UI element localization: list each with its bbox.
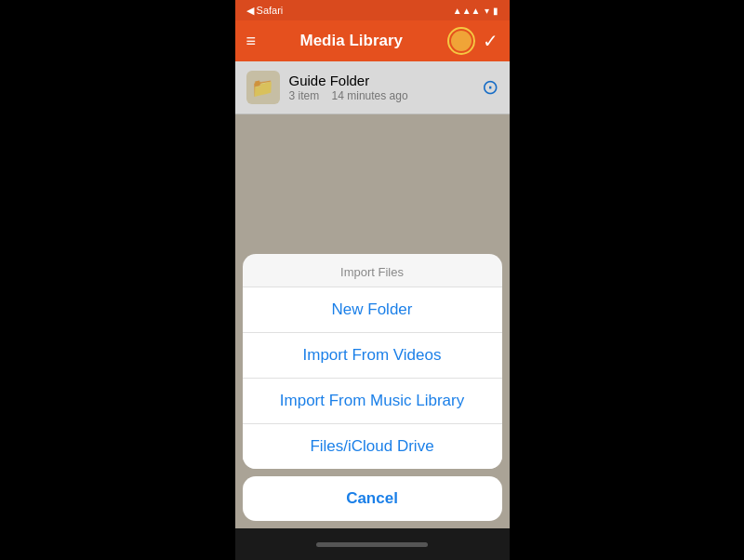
status-bar: ◀ Safari ▲▲▲ ▾ ▮: [235, 0, 510, 20]
record-button-inner: [451, 31, 472, 51]
record-button[interactable]: [447, 27, 475, 55]
wifi-icon: ▾: [485, 6, 489, 16]
action-sheet-group: Import Files New Folder Import From Vide…: [243, 254, 502, 469]
signal-icon: ▲▲▲: [453, 6, 481, 16]
status-bar-left: ◀ Safari: [246, 5, 284, 17]
action-sheet-icloud-drive[interactable]: Files/iCloud Drive: [243, 423, 502, 469]
action-sheet-cancel[interactable]: Cancel: [243, 476, 502, 521]
home-indicator: [235, 528, 510, 560]
nav-actions: ✓: [447, 27, 498, 55]
home-bar: [316, 542, 428, 547]
action-sheet-import-videos[interactable]: Import From Videos: [243, 332, 502, 378]
action-sheet-import-music[interactable]: Import From Music Library: [243, 378, 502, 423]
safari-back-label[interactable]: ◀ Safari: [246, 5, 284, 17]
sort-icon[interactable]: ≡: [246, 32, 257, 51]
battery-icon: ▮: [493, 6, 498, 16]
nav-bar: ≡ Media Library ✓: [235, 20, 510, 61]
action-sheet-new-folder[interactable]: New Folder: [243, 287, 502, 332]
status-bar-right: ▲▲▲ ▾ ▮: [453, 6, 498, 16]
action-sheet-overlay: Import Files New Folder Import From Vide…: [235, 61, 510, 528]
check-button[interactable]: ✓: [483, 30, 498, 52]
content-area: 📁 Guide Folder 3 item 14 minutes ago ⊙ I…: [235, 61, 510, 528]
phone-frame: ◀ Safari ▲▲▲ ▾ ▮ ≡ Media Library ✓ 📁 Gui…: [235, 0, 510, 560]
action-sheet-title: Import Files: [243, 254, 502, 287]
nav-title: Media Library: [299, 32, 403, 50]
